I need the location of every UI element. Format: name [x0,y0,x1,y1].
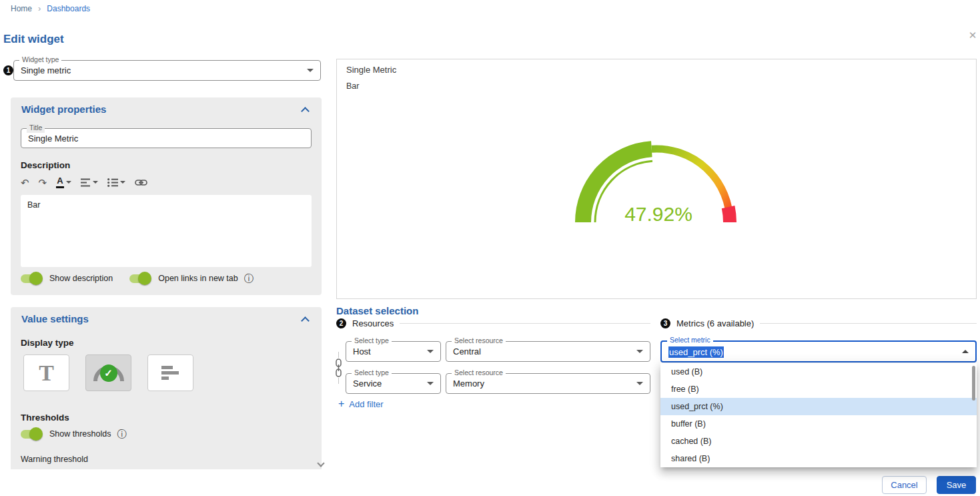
chevron-down-icon [636,350,643,353]
insert-link-button[interactable] [131,176,151,189]
collapse-widget-properties-icon[interactable] [301,107,310,115]
select-resource-label: Select resource [452,368,506,378]
bar-display-icon [161,366,180,381]
text-color-icon: A [56,176,63,188]
resource-type-select-1[interactable]: Select type Host [346,341,441,362]
metrics-label: Metrics (6 available) [676,318,754,328]
widget-type-select[interactable]: Widget type Single metric [13,60,321,81]
display-type-label: Display type [21,338,74,348]
menu-option[interactable]: shared (B) [660,450,977,467]
redo-icon: ↷ [39,178,47,188]
resource-type-select-2[interactable]: Select type Service [346,373,441,394]
preview-description: Bar [346,81,359,91]
breadcrumb: Home › Dashboards [11,3,90,13]
chevron-down-icon [427,382,434,385]
redo-button[interactable]: ↷ [35,176,51,189]
metric-options-menu: used (B) free (B) used_prct (%) buffer (… [660,363,977,467]
step-3-badge: 3 [660,318,670,328]
align-button[interactable] [77,177,101,188]
chain-link-icon [334,358,343,377]
menu-option[interactable]: used (B) [660,363,977,381]
breadcrumb-home-link[interactable]: Home [11,4,32,13]
widget-type-label: Widget type [19,55,61,65]
widget-preview-panel: Single Metric Bar 47.92% [336,59,977,299]
show-description-toggle[interactable] [21,274,41,283]
title-input-label: Title [27,123,45,133]
select-type-label: Select type [352,368,392,378]
add-filter-button[interactable]: + Add filter [338,399,384,409]
menu-scrollbar-thumb[interactable] [972,366,975,401]
close-icon[interactable]: ✕ [966,29,979,42]
chevron-down-icon [307,69,314,72]
page-title: Edit widget [3,33,64,46]
menu-option[interactable]: free (B) [660,381,977,398]
save-button[interactable]: Save [937,476,976,494]
metric-select[interactable]: Select metric used_prct (%) [660,340,977,362]
show-description-label: Show description [49,274,113,283]
show-thresholds-toggle[interactable] [21,430,41,439]
breadcrumb-dashboards-link[interactable]: Dashboards [47,4,90,13]
show-thresholds-label: Show thresholds [49,429,111,439]
undo-icon: ↶ [21,178,29,188]
step-1-badge: 1 [3,65,13,75]
text-display-icon: T [39,362,54,385]
align-left-icon [81,178,91,187]
display-type-bar-option[interactable] [147,354,193,391]
chevron-down-icon [93,181,98,184]
divider [400,323,650,324]
select-resource-value: Memory [453,379,631,389]
chevron-down-icon [120,181,125,184]
menu-option[interactable]: cached (B) [660,433,977,450]
select-type-value: Host [353,346,422,356]
resources-header: 2 Resources [336,318,650,328]
warning-threshold-label: Warning threshold [21,455,88,464]
open-links-new-tab-toggle[interactable] [129,274,150,283]
display-type-options: T ✓ [23,354,193,391]
collapse-value-settings-icon[interactable] [301,316,310,325]
plus-icon: + [338,399,344,409]
description-editor[interactable]: Bar [21,195,312,267]
display-type-gauge-option[interactable]: ✓ [85,354,131,391]
select-metric-label: Select metric [667,336,713,345]
chevron-down-icon [636,382,643,385]
widget-properties-section: Widget properties Title Single Metric De… [11,97,322,295]
bulleted-list-icon [107,178,118,187]
link-icon [135,178,147,188]
thresholds-toggle-row: Show thresholds ⓘ [21,429,126,439]
add-filter-label: Add filter [349,399,383,409]
menu-option-selected[interactable]: used_prct (%) [660,398,977,415]
select-type-value: Service [353,379,422,389]
resource-link-badge [334,358,344,378]
display-type-text-option[interactable]: T [23,354,69,391]
resource-select-2[interactable]: Select resource Memory [446,373,650,394]
metric-select-value: used_prct (%) [668,346,724,358]
thresholds-label: Thresholds [21,413,69,423]
chevron-down-icon [427,350,434,353]
text-color-button[interactable]: A [53,175,74,189]
menu-option[interactable]: buffer (B) [660,415,977,433]
gauge-chart: 47.92% [550,122,763,239]
dataset-selection-heading: Dataset selection [336,305,418,316]
richtext-toolbar: ↶ ↷ A [17,174,151,191]
gauge-value: 47.92% [624,203,692,225]
value-settings-section: Value settings Display type T ✓ Thre [11,307,322,469]
list-button[interactable] [104,177,129,188]
chevron-down-icon [66,181,71,184]
cancel-button[interactable]: Cancel [882,476,927,494]
preview-title: Single Metric [346,65,396,75]
info-icon[interactable]: ⓘ [117,429,126,439]
title-input[interactable]: Title Single Metric [21,128,312,148]
divider [760,323,977,324]
undo-button[interactable]: ↶ [17,176,33,189]
resource-select-1[interactable]: Select resource Central [446,341,650,362]
metrics-header: 3 Metrics (6 available) [660,318,977,328]
widget-properties-heading: Widget properties [21,103,106,115]
description-toggles: Show description Open links in new tab ⓘ [21,274,254,283]
resources-label: Resources [352,318,394,328]
description-label: Description [21,160,70,170]
breadcrumb-chevron-icon: › [38,3,41,13]
widget-type-value: Single metric [21,65,302,75]
step-2-badge: 2 [336,318,346,328]
select-type-label: Select type [352,336,392,346]
info-icon[interactable]: ⓘ [244,274,254,283]
